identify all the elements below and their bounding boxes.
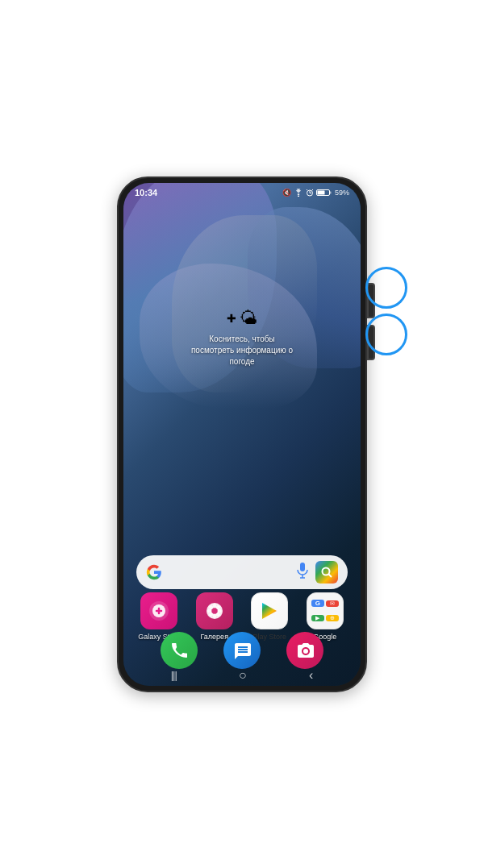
mute-icon: 🔇 (282, 189, 291, 197)
svg-rect-7 (329, 191, 331, 193)
svg-point-23 (209, 605, 213, 609)
nav-recent-button[interactable]: ||| (171, 669, 177, 681)
weather-cloud-icon: 🌤 (240, 308, 257, 329)
nav-home-button[interactable]: ○ (239, 668, 247, 683)
weather-text-label: Коснитесь, чтобы посмотреть информацию о… (191, 334, 293, 366)
svg-point-24 (215, 605, 219, 609)
dock-camera-icon[interactable] (286, 632, 323, 669)
phone-shell: 10:34 🔇 (117, 177, 367, 692)
dock-phone-icon[interactable] (161, 632, 198, 669)
volume-down-button[interactable] (367, 325, 375, 360)
svg-point-12 (323, 567, 330, 575)
mic-icon[interactable] (296, 563, 309, 582)
page-container: 10:34 🔇 (0, 0, 484, 868)
phone-screen: 10:34 🔇 (123, 183, 361, 686)
battery-icon (316, 189, 332, 197)
weather-description: Коснитесь, чтобы посмотреть информацию о… (190, 334, 294, 368)
alarm-icon (306, 189, 314, 197)
svg-line-4 (307, 189, 307, 190)
battery-percent: 59% (335, 189, 349, 197)
play-store-icon (251, 592, 288, 629)
gallery-icon (196, 592, 233, 629)
google-grid-icon: G ✉ ▶ ⊕ (307, 592, 344, 629)
status-time: 10:34 (135, 188, 157, 197)
svg-point-28 (303, 649, 308, 654)
svg-point-27 (211, 608, 217, 613)
svg-line-5 (312, 189, 313, 190)
nav-bar: ||| ○ ‹ (123, 665, 361, 686)
svg-line-13 (329, 574, 332, 577)
plus-icon: ✚ (227, 312, 236, 325)
status-bar: 10:34 🔇 (123, 183, 361, 202)
weather-widget[interactable]: ✚ 🌤 Коснитесь, чтобы посмотреть информац… (190, 308, 294, 368)
svg-rect-8 (317, 190, 324, 194)
weather-icon-area: ✚ 🌤 (227, 308, 257, 329)
svg-point-25 (209, 612, 213, 616)
svg-point-0 (298, 195, 299, 197)
svg-rect-9 (300, 563, 305, 571)
lens-icon[interactable] (315, 561, 338, 584)
wifi-icon (294, 189, 303, 197)
galaxy-store-icon (140, 592, 177, 629)
search-bar[interactable] (136, 555, 348, 589)
nav-back-button[interactable]: ‹ (309, 668, 313, 683)
status-icons: 🔇 (282, 189, 349, 197)
volume-up-button[interactable] (367, 283, 375, 318)
svg-point-26 (215, 612, 219, 616)
google-logo (146, 564, 162, 580)
dock-messages-icon[interactable] (223, 632, 261, 669)
